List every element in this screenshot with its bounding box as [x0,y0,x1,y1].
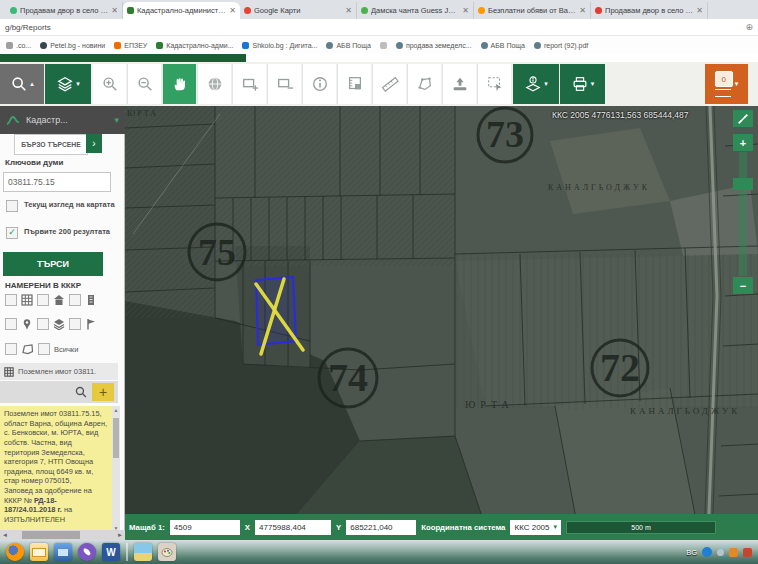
scroll-right-arrow[interactable]: ► [115,530,125,540]
add-to-selection-button[interactable]: + [92,383,114,401]
panel-header[interactable]: Кадастр... ▾ [0,106,125,134]
zoom-out-button[interactable] [128,64,161,104]
scroll-up-arrow[interactable]: ▲ [112,406,120,414]
map-image: 73 75 74 72 ЮРТА КАНАЛГЬОДЖУК ЮРТА КАНАЛ… [125,106,758,540]
result-list-item[interactable]: Поземлен имот 03811. [0,363,118,380]
tab-6[interactable]: Продавам двор в село Казашк ✕ [591,2,708,19]
bookmark-grid-icon[interactable] [380,42,387,49]
tab-close-icon[interactable]: ✕ [462,6,469,15]
bookmark-item[interactable]: продава земеделс... [396,42,472,49]
screen: Продавам двор в село Казашк ✕ Кадастралн… [0,0,758,564]
search-tool-button[interactable]: ▴ [0,64,44,104]
tab-close-icon[interactable]: ✕ [229,6,236,15]
tray-app-icon[interactable] [743,548,752,557]
word-icon[interactable]: W [102,543,120,561]
checkbox-unchecked[interactable] [69,318,81,330]
viber-icon[interactable] [78,543,96,561]
tab-close-icon[interactable]: ✕ [579,6,586,15]
bookmark-item[interactable]: report (92).pdf [534,42,588,49]
fullscreen-button[interactable] [733,110,753,127]
map-canvas[interactable]: 73 75 74 72 ЮРТА КАНАЛГЬОДЖУК ЮРТА КАНАЛ… [125,106,758,540]
full-extent-button[interactable] [198,64,231,104]
info-button[interactable] [303,64,336,104]
bookmark-item[interactable]: АБВ Поща [481,42,525,49]
checkbox-unchecked[interactable] [69,294,81,306]
checkbox-unchecked[interactable] [5,294,17,306]
layers-button[interactable]: ▾ [45,64,91,104]
current-view-option[interactable]: Текущ изглед на картата [6,200,118,212]
bookmark-item[interactable]: .co... [6,42,31,49]
print-button[interactable]: ▾ [560,64,605,104]
checkbox-unchecked[interactable] [6,200,18,212]
x-coordinate-input[interactable] [255,520,331,535]
tab-quick-search[interactable]: БЪРЗО ТЪРСЕНЕ [14,134,88,155]
y-coordinate-input[interactable] [346,520,416,535]
scroll-left-arrow[interactable]: ◄ [0,530,10,540]
print-icon [571,75,589,93]
tab-close-icon[interactable]: ✕ [345,6,352,15]
tab-4[interactable]: Дамска чанта Guess J3YZ09 WF ✕ [357,2,474,19]
crs-select[interactable]: ККС 2005 ▾ [510,520,561,535]
checkbox-checked[interactable]: ✓ [6,227,18,239]
reports-button[interactable]: 0 ▾ [705,64,748,104]
scroll-thumb[interactable] [22,531,80,539]
first-200-option[interactable]: ✓ Първите 200 резултата [6,227,118,239]
tab-2-active[interactable]: Кадастрално-административна ✕ [123,2,240,19]
tray-app-icon[interactable] [702,547,712,557]
paint-icon[interactable] [158,543,176,561]
next-tab-arrow-button[interactable]: › [86,134,102,153]
flag-icon [85,318,97,330]
bookmark-item[interactable]: ЕПЗЕУ [114,42,147,49]
plan-measure-button[interactable] [338,64,371,104]
scroll-thumb[interactable] [113,418,119,458]
address-bar[interactable]: g/bg/Reports ⊕ [0,19,758,36]
checkbox-unchecked[interactable] [37,294,49,306]
tab-1[interactable]: Продавам двор в село Казашк ✕ [6,2,123,19]
bookmark-favicon [114,42,121,49]
measure-distance-button[interactable] [373,64,406,104]
select-rect-button[interactable] [478,64,511,104]
tray-app-icon[interactable] [717,549,724,556]
pan-button[interactable] [163,64,196,104]
checkbox-unchecked[interactable] [5,318,17,330]
file-explorer-icon[interactable] [30,543,48,561]
checkbox-unchecked[interactable] [38,343,50,355]
bookmark-item[interactable]: Petel.bg - новини [40,42,105,49]
photos-icon[interactable] [134,543,152,561]
zoom-in-button[interactable] [93,64,126,104]
zoom-slider-handle[interactable] [733,178,753,190]
zoom-to-result-icon[interactable] [74,385,88,399]
chevron-down-icon[interactable]: ▾ [114,115,119,125]
layer-info-button[interactable]: ▾ [513,64,559,104]
language-indicator[interactable]: BG [686,548,697,557]
zoom-rect-in-button[interactable] [233,64,266,104]
result-box-scrollbar[interactable]: ▲ ▼ [112,406,120,532]
remote-desktop-icon[interactable] [54,543,72,561]
tab-close-icon[interactable]: ✕ [696,6,703,15]
bookmark-item[interactable]: АБВ Поща [326,42,370,49]
page-zoom-icon[interactable]: ⊕ [745,22,753,32]
zoom-slider-track[interactable] [739,152,747,276]
tab-5[interactable]: Безплатни обяви от Bazar.bg – ✕ [474,2,591,19]
tab-3[interactable]: Google Карти ✕ [240,2,357,19]
bookmark-item[interactable]: Кадастрално-адми... [156,42,233,49]
map-zoom-in-button[interactable]: + [733,134,753,151]
tab-close-icon[interactable]: ✕ [111,6,118,15]
map-zoom-out-button[interactable]: − [733,277,753,294]
windows-taskbar: W BG [0,540,758,564]
result-item-label: Поземлен имот 03811. [18,367,96,376]
firefox-icon[interactable] [6,543,24,561]
scale-input[interactable] [170,520,240,535]
tray-app-icon[interactable] [729,548,738,557]
bookmark-item[interactable]: Shkolo.bg : Дигита... [242,42,317,49]
export-button[interactable] [443,64,476,104]
zoom-rect-out-button[interactable] [268,64,301,104]
sidebar-horizontal-scrollbar[interactable]: ◄ ► [0,530,125,540]
checkbox-unchecked[interactable] [37,318,49,330]
checkbox-unchecked[interactable] [5,343,17,355]
measure-area-button[interactable] [408,64,441,104]
globe-icon [481,42,488,49]
keywords-input[interactable] [3,172,111,192]
panel-title: Кадастр... [26,115,108,125]
search-submit-button[interactable]: ТЪРСИ [3,252,103,276]
